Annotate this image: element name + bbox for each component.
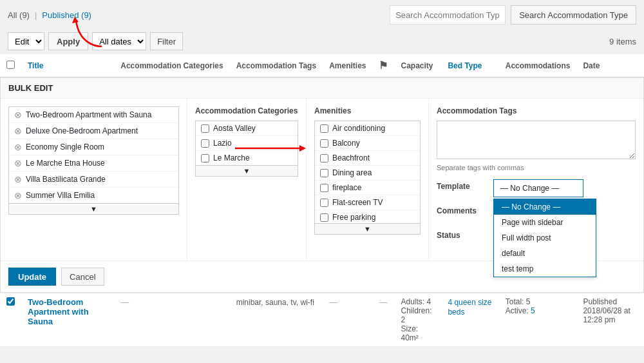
update-button[interactable]: Update	[8, 268, 56, 286]
status-label: Status	[437, 228, 488, 240]
capacity-adults: Adults: 4	[401, 297, 435, 306]
row-bed-type-link[interactable]: 4 queen size beds	[448, 298, 491, 317]
date-filter-select[interactable]: All dates	[92, 32, 146, 50]
amenities-scroll-down[interactable]: ▼	[314, 224, 421, 235]
category-item: Le Marche	[196, 151, 298, 165]
row-amenities-dash: —	[329, 297, 337, 307]
tags-hint: Separate tags with commas	[437, 164, 636, 172]
all-count-link[interactable]: All (9)	[8, 10, 30, 20]
date-status: Published	[583, 297, 638, 306]
capacity-children: Children: 2	[401, 306, 435, 324]
amenity-checkbox-parking[interactable]	[320, 213, 328, 222]
amenity-label: Balcony	[332, 139, 360, 148]
col-date: Date	[576, 54, 644, 77]
item-name: Economy Single Room	[26, 142, 104, 152]
row-flag-cell: —	[372, 293, 394, 347]
category-item: Lazio	[196, 136, 298, 151]
remove-icon[interactable]: ⊗	[14, 174, 22, 184]
amenity-checkbox-tv[interactable]	[320, 199, 328, 207]
remove-icon[interactable]: ⊗	[14, 142, 22, 152]
amenity-checkbox-fireplace[interactable]	[320, 184, 328, 192]
comments-label: Comments	[437, 204, 488, 215]
category-checkbox-aosta[interactable]	[201, 124, 209, 133]
remove-icon[interactable]: ⊗	[14, 126, 22, 136]
bulk-edit-row: BULK EDIT ⊗ Two-Bedroom Apartment with S…	[0, 77, 644, 293]
remove-icon[interactable]: ⊗	[14, 110, 22, 120]
template-label: Template	[437, 179, 488, 191]
amenity-checkbox-beachfront[interactable]	[320, 154, 328, 162]
published-count-link[interactable]: Published (9)	[42, 10, 91, 20]
item-name: Deluxe One-Bedroom Apartment	[26, 126, 138, 135]
row-tags-cell: minibar, sauna, tv, wi-fi	[230, 293, 323, 347]
amenity-checkbox-dining[interactable]	[320, 169, 328, 177]
col-accommodations: Accommodations	[499, 54, 577, 77]
amenity-label: Flat-screen TV	[332, 198, 383, 207]
cancel-button[interactable]: Cancel	[61, 268, 104, 286]
template-select[interactable]: — No Change — Page with sidebar Full wid…	[493, 179, 583, 197]
amenity-label: Dining area	[332, 168, 372, 177]
amenity-item: Dining area	[315, 166, 420, 181]
amenity-item: Balcony	[315, 136, 420, 151]
categories-wrapper: Aosta Valley Lazio Le Marc	[195, 121, 298, 177]
accommodations-active-link[interactable]: 5	[531, 306, 535, 315]
filter-counts-bar: All (9) | Published (9) Search Accommoda…	[0, 0, 644, 28]
search-input[interactable]	[390, 5, 506, 25]
items-count: 9 items	[609, 37, 636, 46]
select-all-checkbox[interactable]	[6, 61, 15, 69]
amenities-wrapper: Air conditioning Balcony B	[314, 121, 421, 235]
row-bed-type-cell: 4 queen size beds	[441, 293, 498, 347]
dropdown-option-sidebar[interactable]: Page with sidebar	[494, 215, 596, 230]
bulk-edit-items-col: ⊗ Two-Bedroom Apartment with Sauna ⊗ Del…	[1, 99, 187, 260]
item-name: Two-Bedroom Apartment with Sauna	[26, 110, 151, 119]
row-accommodations-cell: Total: 5 Active: 5	[499, 293, 577, 347]
col-bed-type: Bed Type	[441, 54, 498, 77]
remove-icon[interactable]: ⊗	[14, 190, 22, 201]
apply-button[interactable]: Apply	[48, 32, 88, 50]
separator: |	[35, 10, 37, 20]
categories-list: Aosta Valley Lazio Le Marc	[195, 121, 298, 166]
item-list-scroll-down[interactable]: ▼	[8, 204, 179, 215]
list-item: ⊗ Two-Bedroom Apartment with Sauna	[9, 107, 178, 123]
template-row: Template — No Change — Page with sidebar…	[437, 179, 636, 197]
category-item: Aosta Valley	[196, 121, 298, 136]
row-capacity-cell: Adults: 4 Children: 2 Size: 40m²	[394, 293, 441, 347]
amenity-checkbox-balcony[interactable]	[320, 139, 328, 148]
row-title-cell: Two-Bedroom Apartment with Sauna	[21, 293, 114, 347]
categories-scroll-down[interactable]: ▼	[195, 166, 298, 177]
search-area: Search Accommodation Type	[390, 5, 636, 25]
filter-button[interactable]: Filter	[150, 32, 183, 50]
category-checkbox-lemarche[interactable]	[201, 154, 209, 162]
search-accommodation-button[interactable]: Search Accommodation Type	[511, 5, 636, 25]
remove-icon[interactable]: ⊗	[14, 158, 22, 168]
row-checkbox[interactable]	[6, 297, 15, 306]
dropdown-option-default[interactable]: default	[494, 246, 596, 261]
category-label: Aosta Valley	[213, 124, 256, 133]
row-title-link[interactable]: Two-Bedroom Apartment with Sauna	[28, 297, 89, 326]
main-table: Title Accommodation Categories Accommoda…	[0, 54, 644, 347]
bulk-edit-body: ⊗ Two-Bedroom Apartment with Sauna ⊗ Del…	[1, 99, 643, 260]
dropdown-option-test[interactable]: test temp	[494, 261, 596, 277]
col-flag: ⚑	[372, 54, 394, 77]
col-capacity: Capacity	[394, 54, 441, 77]
tags-textarea[interactable]	[437, 121, 636, 159]
accommodations-total: Total: 5	[506, 297, 571, 306]
dropdown-option-nochange[interactable]: — No Change —	[494, 199, 596, 215]
date-value: 2018/06/28 at 12:28 pm	[583, 306, 638, 324]
bulk-edit-tags-col: Accommodation Tags Separate tags with co…	[429, 99, 643, 260]
dropdown-option-full[interactable]: Full width post	[494, 230, 596, 246]
col-title: Title	[21, 54, 114, 77]
amenity-label: fireplace	[332, 183, 361, 192]
item-name: Villa Bastilicata Grande	[26, 175, 106, 184]
amenity-checkbox-ac[interactable]	[320, 124, 328, 133]
category-label: Le Marche	[213, 153, 250, 162]
bulk-action-select[interactable]: Edit	[8, 32, 44, 50]
amenity-label: Beachfront	[332, 153, 370, 162]
row-flag-dash: —	[379, 297, 387, 307]
row-categories-dash: —	[120, 297, 129, 307]
row-amenities-cell: —	[323, 293, 372, 347]
amenity-item: Beachfront	[315, 151, 420, 166]
category-checkbox-lazio[interactable]	[201, 139, 209, 148]
amenity-label: Free parking	[332, 213, 375, 222]
bulk-edit-panel: BULK EDIT ⊗ Two-Bedroom Apartment with S…	[0, 77, 644, 293]
amenity-item: Air conditioning	[315, 121, 420, 136]
